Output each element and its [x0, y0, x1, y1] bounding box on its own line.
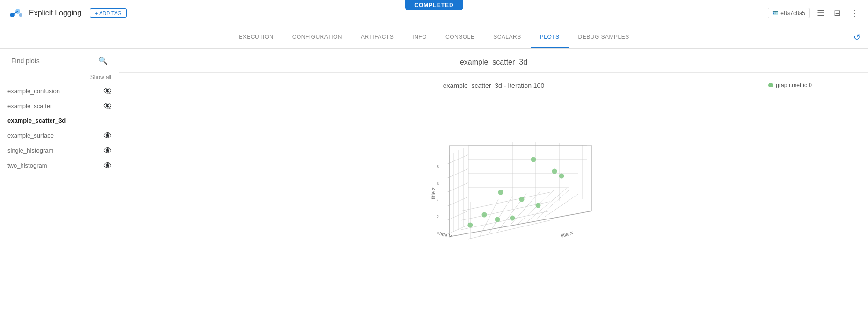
y-axis-label: title Y	[439, 231, 453, 240]
tab-artifacts[interactable]: ARTIFACTS	[351, 27, 403, 48]
task-id-badge: 🪪 e8a7c8a5	[768, 8, 810, 18]
menu-button[interactable]: ⋮	[848, 6, 861, 20]
task-id-value: e8a7c8a5	[780, 10, 805, 16]
z-axis-label: title z	[430, 187, 436, 199]
sidebar-item-label: example_scatter	[7, 102, 52, 109]
sidebar-item-label: single_histogram	[7, 147, 53, 154]
document-icon-button[interactable]: ☰	[815, 6, 826, 20]
search-container: 🔍	[6, 54, 113, 69]
svg-point-54	[495, 217, 500, 222]
svg-line-16	[545, 194, 578, 217]
svg-line-25	[447, 169, 468, 178]
split-view-button[interactable]: ⊟	[832, 6, 843, 20]
eye-icon: 👁‍🗨	[103, 161, 111, 169]
svg-text:0: 0	[437, 231, 439, 235]
sidebar-item-label: example_confusion	[7, 87, 60, 95]
show-all-link[interactable]: Show all	[90, 74, 111, 80]
svg-point-53	[482, 212, 487, 218]
svg-point-52	[536, 203, 541, 208]
svg-line-24	[447, 183, 468, 192]
svg-point-3	[19, 13, 22, 17]
left-wall	[447, 148, 468, 234]
content-area: example_scatter_3d example_scatter_3d - …	[119, 49, 868, 328]
tab-info[interactable]: INFO	[403, 27, 436, 48]
svg-text:8: 8	[437, 164, 439, 169]
svg-point-50	[498, 190, 503, 195]
scatter-3d-plot[interactable]: title z title X title Y 0 2 4 6 8	[377, 99, 611, 248]
tab-navigation: EXECUTION CONFIGURATION ARTIFACTS INFO C…	[0, 26, 868, 49]
sidebar-item-label: two_histogram	[7, 162, 47, 169]
app-icon	[7, 5, 24, 22]
plot-container: example_scatter_3d - Iteration 100 graph…	[119, 73, 868, 258]
svg-point-51	[519, 197, 525, 202]
sidebar-item-example-scatter-3d[interactable]: example_scatter_3d	[0, 113, 119, 128]
legend-dot	[768, 83, 773, 87]
tab-console[interactable]: CONSOLE	[436, 27, 484, 48]
search-icon: 🔍	[98, 56, 108, 65]
tab-scalars[interactable]: SCALARS	[484, 27, 531, 48]
svg-text:4: 4	[437, 198, 439, 203]
plot-section-title: example_scatter_3d	[119, 49, 868, 73]
legend-label: graph.metric 0	[776, 82, 812, 88]
search-input[interactable]	[11, 57, 98, 65]
tab-debug-samples[interactable]: DEBUG SAMPLES	[569, 27, 639, 48]
sidebar-item-label: example_scatter_3d	[7, 117, 66, 124]
svg-point-47	[531, 157, 536, 162]
status-badge: COMPLETED	[405, 0, 463, 10]
refresh-button[interactable]: ↺	[853, 32, 861, 43]
sidebar-item-example-confusion[interactable]: example_confusion 👁‍🗨	[0, 83, 119, 98]
show-all-row: Show all	[0, 73, 119, 83]
x-axis-label: title X	[560, 230, 574, 239]
app-title: Explicit Logging	[29, 9, 81, 17]
tab-plots[interactable]: PLOTS	[531, 27, 569, 48]
main-layout: 🔍 Show all example_confusion 👁‍🗨 example…	[0, 49, 868, 328]
svg-point-49	[559, 174, 564, 179]
id-icon: 🪪	[772, 10, 779, 16]
header-right: 🪪 e8a7c8a5 ☰ ⊟ ⋮	[768, 6, 861, 20]
svg-line-23	[447, 197, 468, 206]
tab-execution[interactable]: EXECUTION	[229, 27, 283, 48]
svg-line-7	[468, 220, 550, 239]
plot-chart-title: example_scatter_3d - Iteration 100	[138, 82, 849, 89]
svg-point-55	[510, 216, 515, 221]
plot-legend: graph.metric 0	[768, 82, 812, 88]
svg-text:6: 6	[437, 182, 439, 186]
back-wall	[468, 142, 587, 225]
sidebar-item-two-histogram[interactable]: two_histogram 👁‍🗨	[0, 158, 119, 173]
sidebar-item-example-surface[interactable]: example_surface 👁‍🗨	[0, 128, 119, 143]
sidebar-item-label: example_surface	[7, 132, 54, 139]
eye-icon: 👁‍🗨	[103, 87, 111, 95]
sidebar-item-single-histogram[interactable]: single_histogram 👁‍🗨	[0, 143, 119, 158]
tab-configuration[interactable]: CONFIGURATION	[283, 27, 351, 48]
svg-text:2: 2	[437, 214, 439, 219]
svg-line-6	[461, 192, 550, 211]
status-bar: COMPLETED	[405, 0, 463, 10]
svg-line-22	[447, 211, 468, 220]
svg-point-56	[468, 223, 473, 228]
sidebar-list: example_confusion 👁‍🗨 example_scatter 👁‍…	[0, 83, 119, 173]
svg-point-48	[552, 169, 557, 174]
sidebar: 🔍 Show all example_confusion 👁‍🗨 example…	[0, 49, 119, 328]
sidebar-item-example-scatter[interactable]: example_scatter 👁‍🗨	[0, 98, 119, 113]
header-left: Explicit Logging + ADD TAG	[7, 5, 768, 22]
eye-icon: 👁‍🗨	[103, 102, 111, 109]
eye-icon: 👁‍🗨	[103, 131, 111, 139]
svg-line-26	[447, 155, 468, 164]
eye-icon: 👁‍🗨	[103, 146, 111, 154]
add-tag-button[interactable]: + ADD TAG	[90, 8, 127, 18]
svg-line-15	[536, 190, 569, 219]
